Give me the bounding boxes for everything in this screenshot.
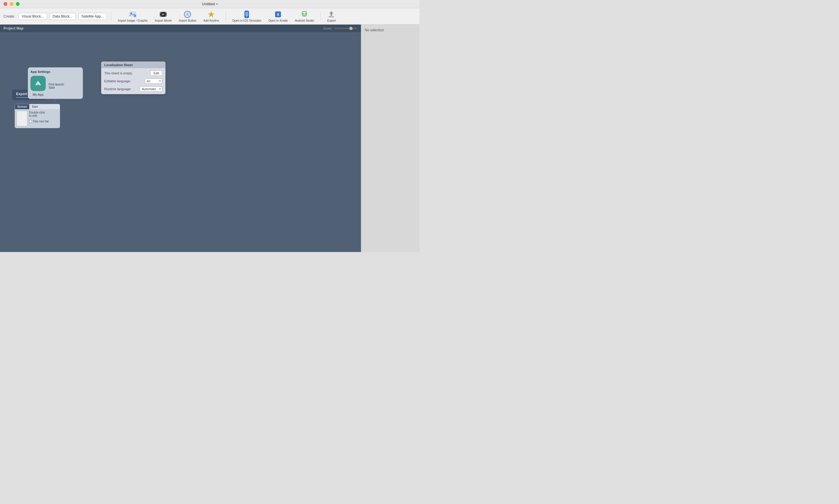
first-launch-label: First launch: Start bbox=[49, 83, 65, 89]
zoom-slider[interactable] bbox=[334, 28, 357, 29]
project-map-title: Project Map bbox=[3, 26, 23, 31]
zoom-label: Zoom: bbox=[323, 26, 332, 30]
import-image-icon bbox=[129, 10, 137, 18]
localization-sheet-header: Localization Sheet bbox=[101, 62, 165, 68]
android-studio-label: Android Studio bbox=[295, 19, 314, 22]
import-button-label: Import Button bbox=[179, 19, 196, 22]
localization-sheet-body: This sheet is empty. Edit Editable langu… bbox=[101, 68, 165, 94]
svg-rect-9 bbox=[165, 16, 166, 17]
title-chevron-icon[interactable]: ▾ bbox=[216, 2, 218, 5]
keyline-icon bbox=[207, 10, 215, 18]
svg-point-24 bbox=[303, 13, 304, 14]
screen-node[interactable]: Screen Start Double-click to edit Has na… bbox=[15, 104, 60, 128]
xcode-icon: X bbox=[274, 10, 282, 18]
close-button[interactable] bbox=[3, 2, 7, 6]
maximize-button[interactable] bbox=[16, 2, 20, 6]
screen-node-header: Screen Start bbox=[15, 104, 60, 109]
screen-preview bbox=[17, 111, 27, 126]
loc-runtime-language-wrapper: Automatic en fr de bbox=[140, 86, 162, 92]
svg-line-27 bbox=[306, 11, 306, 12]
toolbar: Create: Visual Block... Data Block... Sa… bbox=[0, 8, 420, 24]
screen-nav-bar: Has nav bar bbox=[29, 120, 58, 123]
import-movie-icon bbox=[159, 10, 167, 18]
svg-point-19 bbox=[246, 17, 247, 18]
ios-simulator-label: Open in iOS Simulator bbox=[232, 19, 262, 22]
data-block-button[interactable]: Data Block... bbox=[50, 13, 76, 20]
svg-rect-7 bbox=[165, 12, 166, 13]
import-button-icon: i bbox=[183, 10, 192, 18]
localization-sheet: Localization Sheet This sheet is empty. … bbox=[101, 61, 166, 94]
import-movie-button[interactable]: Import Movie bbox=[153, 9, 174, 23]
svg-rect-29 bbox=[329, 16, 334, 17]
app-settings-content: My App First launch: Start bbox=[31, 76, 80, 96]
app-info: First launch: Start bbox=[49, 83, 65, 89]
loc-runtime-language-select[interactable]: Automatic en fr de bbox=[140, 86, 162, 92]
toolbar-separator-3 bbox=[321, 12, 321, 21]
window-title: Untitled ▾ bbox=[202, 2, 217, 6]
loc-empty-row: This sheet is empty. Edit bbox=[104, 71, 162, 76]
loc-empty-label: This sheet is empty. bbox=[104, 71, 149, 75]
loc-runtime-language-row: Runtime language: Automatic en fr de bbox=[104, 86, 162, 92]
title-text: Untitled bbox=[202, 2, 215, 6]
export-button[interactable]: Export bbox=[325, 9, 338, 23]
app-name: My App bbox=[31, 93, 46, 96]
import-movie-label: Import Movie bbox=[155, 19, 172, 22]
add-keyline-button[interactable]: Add Keyline bbox=[201, 9, 221, 23]
import-image-button[interactable]: Import Image / Graphic bbox=[116, 9, 150, 23]
loc-editable-language-select[interactable]: en fr de es bbox=[145, 78, 162, 84]
svg-line-26 bbox=[302, 11, 303, 12]
titlebar: Untitled ▾ bbox=[0, 0, 420, 8]
app-settings-title: App Settings bbox=[31, 70, 80, 73]
screen-name-tab: Start bbox=[29, 104, 60, 109]
svg-rect-18 bbox=[245, 12, 248, 16]
svg-marker-28 bbox=[329, 11, 333, 16]
import-button-button[interactable]: i Import Button bbox=[176, 9, 199, 23]
nav-bar-label: Has nav bar bbox=[33, 120, 49, 123]
svg-marker-16 bbox=[208, 11, 215, 17]
connector-svg bbox=[0, 32, 361, 251]
zoom-thumb bbox=[349, 26, 353, 30]
screen-content: Double-click to edit Has nav bar bbox=[15, 109, 60, 128]
nav-bar-checkbox[interactable] bbox=[29, 120, 32, 123]
svg-rect-8 bbox=[160, 16, 161, 17]
satellite-app-button[interactable]: Satellite App... bbox=[78, 13, 107, 20]
loc-editable-language-wrapper: en fr de es bbox=[145, 78, 162, 84]
add-keyline-label: Add Keyline bbox=[203, 19, 219, 22]
svg-text:X: X bbox=[277, 12, 279, 17]
svg-rect-6 bbox=[160, 12, 161, 13]
screen-tab-label: Screen bbox=[15, 104, 29, 109]
screen-edit-hint: Double-click to edit bbox=[29, 111, 58, 118]
app-icon bbox=[31, 76, 46, 91]
zoom-controls: Zoom: bbox=[323, 26, 357, 30]
screen-info: Double-click to edit Has nav bar bbox=[29, 111, 58, 123]
open-ios-simulator-button[interactable]: Open in iOS Simulator bbox=[230, 9, 264, 23]
ios-simulator-icon bbox=[243, 10, 251, 18]
app-settings-node[interactable]: App Settings My App First lau bbox=[28, 67, 83, 99]
right-panel-no-selection: No selection bbox=[361, 24, 420, 36]
android-studio-icon bbox=[300, 10, 308, 18]
canvas-area: Export screens App Settings My App bbox=[0, 32, 361, 251]
project-map: Project Map Zoom: Export screens App Set… bbox=[0, 24, 361, 252]
export-label: Export bbox=[327, 19, 336, 22]
visual-block-button[interactable]: Visual Block... bbox=[18, 13, 47, 20]
svg-text:i: i bbox=[187, 13, 188, 16]
svg-point-25 bbox=[305, 13, 306, 14]
create-label: Create: bbox=[3, 14, 15, 18]
window-controls bbox=[3, 2, 20, 6]
export-icon bbox=[327, 10, 336, 18]
main-layout: Project Map Zoom: Export screens App Set… bbox=[0, 24, 420, 252]
no-selection-label: No selection bbox=[365, 28, 384, 32]
project-map-header: Project Map Zoom: bbox=[0, 24, 361, 32]
loc-editable-language-label: Editable language: bbox=[104, 79, 143, 83]
loc-runtime-language-label: Runtime language: bbox=[104, 87, 138, 91]
loc-edit-button[interactable]: Edit bbox=[150, 71, 162, 76]
import-image-label: Import Image / Graphic bbox=[118, 19, 148, 22]
open-xcode-button[interactable]: X Open in Xcode bbox=[266, 9, 290, 23]
minimize-button[interactable] bbox=[10, 2, 14, 6]
right-panel: No selection bbox=[361, 24, 420, 252]
xcode-label: Open in Xcode bbox=[268, 19, 288, 22]
android-studio-button[interactable]: Android Studio bbox=[292, 9, 316, 23]
loc-editable-language-row: Editable language: en fr de es bbox=[104, 78, 162, 84]
